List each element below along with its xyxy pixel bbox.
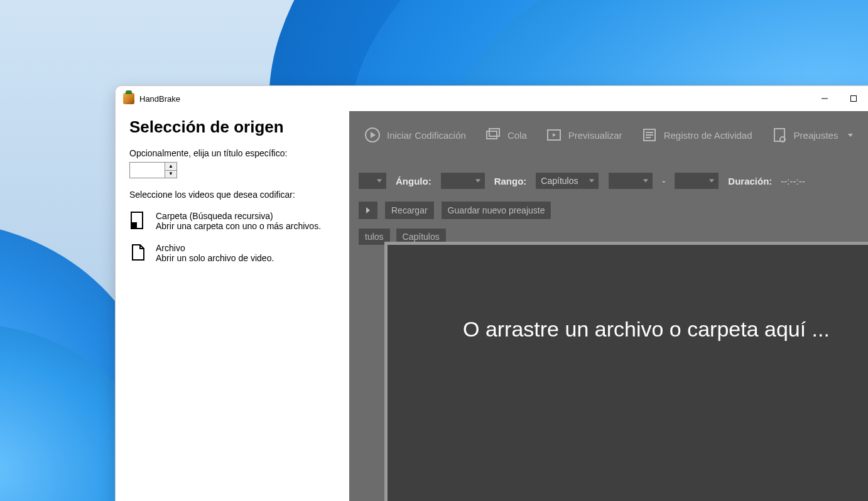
spinner-down-button[interactable]: ▼ — [165, 170, 176, 178]
open-file-sub: Abrir un solo archivo de video. — [156, 253, 274, 263]
angle-dropdown[interactable] — [440, 172, 486, 190]
queue-icon — [485, 127, 501, 143]
desktop-background: HandBrake Selección de origen Opcionalme… — [0, 0, 868, 501]
toolbar-label: Iniciar Codificación — [387, 130, 466, 141]
svg-rect-1 — [851, 96, 857, 102]
svg-rect-7 — [489, 129, 499, 136]
svg-marker-9 — [553, 133, 556, 137]
svg-rect-6 — [487, 131, 497, 139]
folder-icon — [129, 211, 147, 232]
window-title: HandBrake — [139, 94, 180, 104]
play-icon — [364, 127, 381, 143]
source-selection-panel: Selección de origen Opcionalmente, elija… — [116, 111, 349, 501]
minimize-icon — [821, 95, 828, 102]
spinner-up-button[interactable]: ▲ — [165, 163, 176, 170]
angle-label: Ángulo: — [396, 176, 431, 186]
activity-log-button[interactable]: Registro de Actividad — [641, 127, 752, 143]
svg-rect-3 — [131, 222, 137, 229]
open-folder-option[interactable]: Carpeta (Búsqueda recursiva) Abrir una c… — [129, 211, 335, 232]
maximize-icon — [850, 95, 857, 102]
preview-button[interactable]: Previsualizar — [546, 127, 622, 143]
range-label: Rango: — [494, 176, 527, 186]
panel-heading: Selección de origen — [129, 117, 335, 137]
queue-button[interactable]: Cola — [485, 127, 527, 143]
presets-icon — [771, 127, 788, 143]
preset-row: Recargar Guardar nuevo preajuste — [349, 199, 551, 222]
toolbar: Iniciar Codificación Cola Previsualizar … — [349, 120, 868, 150]
presets-button[interactable]: Preajustes — [771, 127, 854, 143]
open-folder-title: Carpeta (Búsqueda recursiva) — [156, 211, 321, 221]
log-icon — [641, 127, 658, 143]
duration-label: Duración: — [728, 176, 772, 186]
file-icon — [129, 243, 147, 264]
title-spinner[interactable]: ▲ ▼ — [129, 162, 177, 178]
app-icon — [123, 93, 134, 104]
titlebar[interactable]: HandBrake — [116, 86, 868, 111]
start-encode-button[interactable]: Iniciar Codificación — [364, 127, 466, 143]
select-videos-label: Seleccione los videos que desea codifica… — [129, 190, 335, 200]
preview-icon — [546, 127, 562, 143]
maximize-button[interactable] — [839, 86, 868, 111]
save-new-preset-button[interactable]: Guardar nuevo preajuste — [441, 201, 552, 220]
minimize-button[interactable] — [810, 86, 839, 111]
open-folder-sub: Abrir una carpeta con uno o más archivos… — [156, 221, 321, 231]
open-file-title: Archivo — [156, 243, 274, 253]
title-dropdown[interactable] — [358, 172, 387, 190]
main-area: Iniciar Codificación Cola Previsualizar … — [349, 111, 868, 501]
app-window: HandBrake Selección de origen Opcionalme… — [115, 85, 868, 501]
preset-menu-button[interactable] — [358, 201, 378, 220]
toolbar-label: Previsualizar — [568, 130, 622, 141]
duration-value: --:--:-- — [781, 176, 805, 186]
drop-zone[interactable]: O arrastre un archivo o carpeta aquí ... — [384, 242, 868, 501]
optional-title-label: Opcionalmente, elija un título específic… — [129, 148, 335, 158]
reload-preset-button[interactable]: Recargar — [384, 201, 435, 220]
range-start-dropdown[interactable] — [608, 172, 653, 190]
title-controls-row: Ángulo: Rango: Capítulos - Duración: --:… — [349, 170, 868, 191]
toolbar-label: Registro de Actividad — [664, 130, 752, 141]
toolbar-label: Cola — [507, 130, 527, 141]
range-end-dropdown[interactable] — [674, 172, 719, 190]
drop-zone-text: O arrastre un archivo o carpeta aquí ... — [463, 315, 843, 344]
svg-marker-5 — [371, 132, 376, 138]
title-spinner-input[interactable] — [130, 163, 165, 178]
range-dash: - — [662, 176, 665, 186]
range-type-dropdown[interactable]: Capítulos — [535, 172, 599, 190]
toolbar-label: Preajustes — [794, 130, 838, 141]
open-file-option[interactable]: Archivo Abrir un solo archivo de video. — [129, 243, 335, 264]
